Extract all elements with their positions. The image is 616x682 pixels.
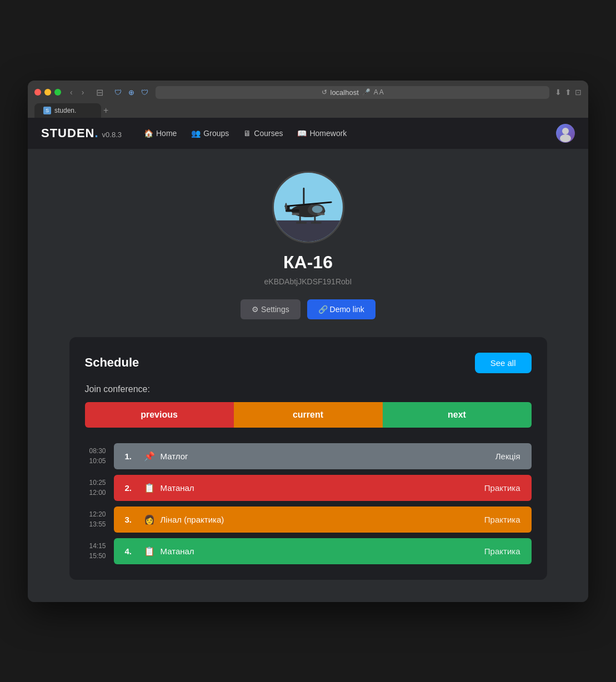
- time-start: 12:20: [89, 509, 106, 519]
- lesson-emoji-icon: 📌: [144, 451, 155, 462]
- browser-nav-buttons: ‹ ›: [67, 87, 87, 98]
- mic-icon: 🎤: [362, 88, 370, 96]
- time-end: 13:55: [89, 519, 106, 529]
- nav-groups[interactable]: 👥 Groups: [186, 126, 234, 141]
- nav-homework[interactable]: 📖 Homework: [292, 126, 352, 141]
- new-tab-button[interactable]: +: [103, 106, 108, 116]
- homework-icon: 📖: [297, 129, 307, 138]
- nav-homework-label: Homework: [309, 129, 347, 138]
- lesson-bar[interactable]: 1. 📌 Матлог Лекція: [114, 443, 532, 469]
- lesson-number: 2.: [125, 483, 138, 493]
- brand-version: v0.8.3: [102, 131, 122, 139]
- title-bar: ‹ › ⊟ 🛡 ⊕ 🛡 ↺ localhost 🎤 A A ⬇ ⬆ ⊡: [34, 86, 582, 99]
- nav-home-label: Home: [156, 129, 177, 138]
- lesson-name: Лінал (практика): [161, 515, 479, 524]
- active-tab[interactable]: S studen.: [34, 103, 101, 118]
- schedule-row: 12:20 13:55 3. 👩 Лінал (практика) Практи…: [85, 507, 532, 533]
- svg-rect-7: [288, 209, 299, 212]
- nav-home[interactable]: 🏠 Home: [138, 126, 182, 141]
- app-content: STUDEN. v0.8.3 🏠 Home 👥 Groups 🖥 Courses: [28, 118, 588, 602]
- browser-window: ‹ › ⊟ 🛡 ⊕ 🛡 ↺ localhost 🎤 A A ⬇ ⬆ ⊡: [28, 81, 588, 602]
- navbar: STUDEN. v0.8.3 🏠 Home 👥 Groups 🖥 Courses: [28, 118, 588, 149]
- courses-icon: 🖥: [243, 129, 251, 138]
- svg-point-0: [562, 128, 569, 134]
- address-bar[interactable]: ↺ localhost 🎤 A A: [156, 86, 549, 99]
- current-conference-button[interactable]: current: [234, 402, 383, 428]
- sidebar-button[interactable]: ⊟: [93, 86, 107, 99]
- fullscreen-button[interactable]: ⊡: [575, 88, 582, 97]
- download-button[interactable]: ⬇: [555, 88, 562, 97]
- lesson-name: Матанал: [161, 483, 479, 493]
- see-all-button[interactable]: See all: [475, 353, 532, 373]
- shield-icon-2: ⊕: [126, 87, 137, 98]
- join-conference-label: Join conference:: [85, 384, 532, 394]
- time-block: 14:15 15:50: [85, 541, 106, 561]
- time-end: 15:50: [89, 551, 106, 561]
- back-button[interactable]: ‹: [67, 87, 76, 98]
- avatar-svg: [556, 124, 575, 143]
- lesson-number: 4.: [125, 546, 138, 556]
- lesson-name: Матанал: [161, 546, 479, 556]
- home-icon: 🏠: [144, 129, 153, 138]
- shield-icon-3: 🛡: [139, 87, 150, 98]
- time-start: 10:25: [89, 478, 106, 488]
- lesson-bar[interactable]: 4. 📋 Матанал Практика: [114, 538, 532, 564]
- time-end: 12:00: [89, 488, 106, 498]
- profile-name: КА-16: [283, 252, 333, 273]
- main-content: КА-16 eKBDAbtjJKDSF191RobI ⚙ Settings 🔗 …: [28, 149, 588, 602]
- lesson-bar[interactable]: 3. 👩 Лінал (практика) Практика: [114, 507, 532, 533]
- schedule-list: 08:30 10:05 1. 📌 Матлог Лекція 10:25 12:…: [85, 443, 532, 564]
- time-block: 12:20 13:55: [85, 509, 106, 529]
- svg-point-1: [560, 134, 571, 142]
- lesson-emoji-icon: 👩: [144, 514, 155, 525]
- nav-links: 🏠 Home 👥 Groups 🖥 Courses 📖 Homework: [138, 126, 352, 141]
- previous-conference-button[interactable]: previous: [85, 402, 234, 428]
- settings-button[interactable]: ⚙ Settings: [241, 299, 300, 319]
- svg-rect-10: [303, 187, 304, 204]
- lesson-number: 1.: [125, 452, 138, 461]
- lesson-bar[interactable]: 2. 📋 Матанал Практика: [114, 475, 532, 501]
- brand: STUDEN. v0.8.3: [41, 126, 122, 141]
- close-button[interactable]: [34, 89, 41, 96]
- lesson-type: Лекція: [495, 452, 520, 461]
- svg-point-17: [285, 203, 287, 210]
- time-end: 10:05: [89, 456, 106, 466]
- brand-name: STUDEN.: [41, 126, 99, 141]
- schedule-row: 08:30 10:05 1. 📌 Матлог Лекція: [85, 443, 532, 469]
- avatar[interactable]: [556, 124, 575, 143]
- brand-dot: .: [94, 126, 98, 140]
- tab-bar: S studen. +: [34, 103, 582, 118]
- schedule-card: Schedule See all Join conference: previo…: [69, 337, 547, 580]
- nav-groups-label: Groups: [203, 129, 229, 138]
- lesson-type: Практика: [484, 515, 520, 524]
- svg-rect-12: [314, 216, 315, 222]
- user-avatar: [556, 124, 575, 143]
- schedule-title: Schedule: [85, 355, 139, 370]
- time-block: 10:25 12:00: [85, 478, 106, 498]
- profile-avatar: [272, 171, 344, 243]
- conference-buttons: previous current next: [85, 402, 532, 428]
- browser-actions: ⬇ ⬆ ⊡: [555, 88, 582, 97]
- next-conference-button[interactable]: next: [383, 402, 532, 428]
- font-size-icon: A A: [374, 88, 384, 96]
- shield-icons: 🛡 ⊕ 🛡: [112, 87, 150, 98]
- lesson-type: Практика: [484, 546, 520, 556]
- forward-button[interactable]: ›: [78, 87, 88, 98]
- svg-rect-16: [317, 213, 324, 215]
- refresh-icon: ↺: [322, 88, 327, 96]
- groups-icon: 👥: [191, 129, 201, 138]
- traffic-lights: [34, 89, 61, 96]
- minimize-button[interactable]: [44, 89, 51, 96]
- share-button[interactable]: ⬆: [565, 88, 572, 97]
- svg-rect-14: [310, 222, 321, 223]
- browser-chrome: ‹ › ⊟ 🛡 ⊕ 🛡 ↺ localhost 🎤 A A ⬇ ⬆ ⊡: [28, 81, 588, 118]
- tab-favicon: S: [43, 107, 51, 114]
- demo-link-button[interactable]: 🔗 Demo link: [307, 299, 375, 319]
- profile-section: КА-16 eKBDAbtjJKDSF191RobI ⚙ Settings 🔗 …: [241, 171, 375, 319]
- time-start: 14:15: [89, 541, 106, 551]
- tab-title: studen.: [54, 107, 76, 114]
- svg-rect-11: [299, 216, 301, 222]
- nav-courses[interactable]: 🖥 Courses: [238, 126, 288, 141]
- maximize-button[interactable]: [54, 89, 61, 96]
- svg-rect-13: [296, 222, 307, 223]
